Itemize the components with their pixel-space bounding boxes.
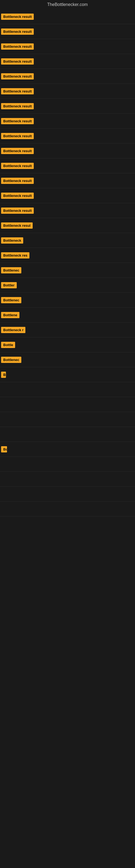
list-item: Bottleneck result: [0, 99, 135, 114]
list-item: Bottle: [0, 337, 135, 352]
list-item: Bottleneck result: [0, 188, 135, 203]
list-item: Bo: [0, 442, 135, 457]
site-title: TheBottlenecker.com: [0, 0, 135, 9]
list-item: Bottlenec: [0, 293, 135, 308]
list-item: Bottleneck result: [0, 203, 135, 218]
bottleneck-badge[interactable]: Bottlenec: [1, 357, 21, 363]
bottleneck-badge[interactable]: Bottleneck result: [1, 148, 34, 154]
list-item: Bottleneck result: [0, 129, 135, 144]
bottleneck-badge[interactable]: Bottle: [1, 342, 15, 348]
bottleneck-badge[interactable]: B: [1, 372, 6, 378]
bottleneck-badge[interactable]: Bottleneck result: [1, 163, 34, 169]
bottleneck-badge[interactable]: Bo: [1, 446, 7, 453]
list-item: Bottleneck result: [0, 144, 135, 158]
bottleneck-badge[interactable]: Bottleneck result: [1, 73, 34, 80]
bottleneck-badge[interactable]: Bottleneck result: [1, 43, 34, 50]
list-item: [0, 382, 135, 397]
bottleneck-badge[interactable]: Bottleneck result: [1, 118, 34, 124]
list-item: Bottleneck result: [0, 54, 135, 69]
list-item: [0, 487, 135, 501]
list-item: [0, 412, 135, 427]
list-item: Bottlenec: [0, 263, 135, 278]
list-item: Bottleneck result: [0, 158, 135, 173]
list-item: Bottler: [0, 278, 135, 293]
bottleneck-badge[interactable]: Bottlenec: [1, 267, 21, 273]
bottleneck-badge[interactable]: Bottleneck result: [1, 88, 34, 94]
bottleneck-badge[interactable]: Bottleneck result: [1, 58, 34, 65]
list-item: Bottleneck result: [0, 24, 135, 39]
list-item: Bottleneck result: [0, 114, 135, 129]
bottleneck-badge[interactable]: Bottlene: [1, 312, 19, 318]
bottleneck-badge[interactable]: Bottler: [1, 282, 17, 288]
bottleneck-badge[interactable]: Bottleneck result: [1, 103, 34, 109]
list-item: B: [0, 367, 135, 382]
list-item: [0, 427, 135, 442]
list-item: Bottleneck: [0, 233, 135, 248]
bottleneck-badge[interactable]: Bottleneck result: [1, 29, 34, 35]
bottleneck-badge[interactable]: Bottleneck res: [1, 252, 30, 258]
list-item: Bottlene: [0, 308, 135, 322]
list-item: Bottleneck result: [0, 84, 135, 99]
bottleneck-badge[interactable]: Bottlenec: [1, 297, 21, 303]
bottleneck-badge[interactable]: Bottleneck result: [1, 178, 34, 184]
list-item: [0, 501, 135, 517]
bottleneck-badge[interactable]: Bottleneck r: [1, 327, 26, 333]
bottleneck-badge[interactable]: Bottleneck: [1, 237, 23, 244]
list-item: [0, 457, 135, 472]
bottleneck-badge[interactable]: Bottleneck resul: [1, 222, 33, 229]
list-item: Bottleneck result: [0, 9, 135, 24]
list-item: Bottleneck res: [0, 248, 135, 263]
list-item: Bottlenec: [0, 352, 135, 367]
list-item: Bottleneck resul: [0, 218, 135, 233]
list-item: Bottleneck result: [0, 173, 135, 188]
list-item: Bottleneck result: [0, 69, 135, 84]
bottleneck-badge[interactable]: Bottleneck result: [1, 133, 34, 139]
bottleneck-badge[interactable]: Bottleneck result: [1, 193, 34, 199]
bottleneck-badge[interactable]: Bottleneck result: [1, 13, 34, 20]
list-item: [0, 472, 135, 487]
list-item: Bottleneck r: [0, 322, 135, 337]
bottleneck-badge[interactable]: Bottleneck result: [1, 208, 34, 214]
list-item: Bottleneck result: [0, 39, 135, 54]
list-item: [0, 397, 135, 412]
